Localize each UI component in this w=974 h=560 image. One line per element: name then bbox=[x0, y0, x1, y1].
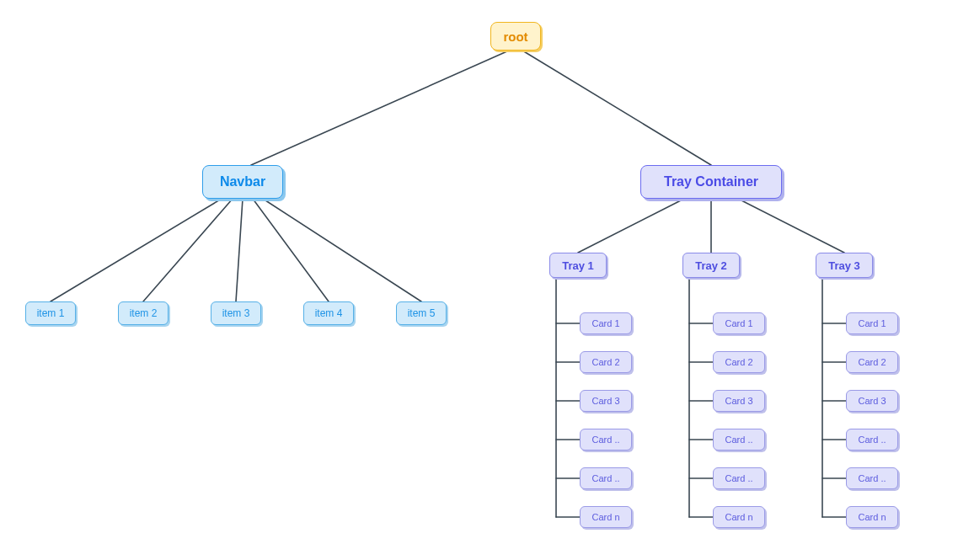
edge-navbar-item2 bbox=[143, 199, 233, 301]
tray-2-card-1: Card 1 bbox=[713, 312, 765, 334]
root-node: root bbox=[490, 22, 541, 51]
tray-2-card-3: Card 3 bbox=[713, 390, 765, 412]
tray-1-card-5: Card .. bbox=[580, 467, 632, 489]
diagram-stage: root Navbar item 1 item 2 item 3 item 4 … bbox=[0, 0, 974, 560]
tray-1-card-2: Card 2 bbox=[580, 351, 632, 373]
navbar-item-5: item 5 bbox=[396, 301, 447, 325]
navbar-item-2: item 2 bbox=[118, 301, 169, 325]
navbar-node: Navbar bbox=[202, 165, 283, 199]
tray-1: Tray 1 bbox=[549, 253, 607, 278]
edge-root-navbar bbox=[251, 51, 509, 165]
tray-3-card-2: Card 2 bbox=[846, 351, 898, 373]
edge-navbar-item3 bbox=[236, 199, 243, 301]
tray-2-card-4: Card .. bbox=[713, 429, 765, 451]
edge-tc-tray3 bbox=[738, 199, 844, 253]
tray-1-card-1: Card 1 bbox=[580, 312, 632, 334]
edge-navbar-item1 bbox=[51, 199, 222, 301]
tray-1-card-4: Card .. bbox=[580, 429, 632, 451]
tray-1-card-6: Card n bbox=[580, 506, 632, 528]
tray-3-card-3: Card 3 bbox=[846, 390, 898, 412]
tray-3-card-6: Card n bbox=[846, 506, 898, 528]
edge-navbar-item4 bbox=[253, 199, 329, 301]
tray-2-card-6: Card n bbox=[713, 506, 765, 528]
tray-3: Tray 3 bbox=[816, 253, 873, 278]
navbar-item-3: item 3 bbox=[211, 301, 261, 325]
navbar-item-1: item 1 bbox=[25, 301, 76, 325]
tray-3-card-5: Card .. bbox=[846, 467, 898, 489]
edge-tc-tray1 bbox=[578, 199, 684, 253]
tray-1-card-3: Card 3 bbox=[580, 390, 632, 412]
tray-container-node: Tray Container bbox=[640, 165, 782, 199]
tray-2: Tray 2 bbox=[682, 253, 740, 278]
tray-3-card-4: Card .. bbox=[846, 429, 898, 451]
edge-layer bbox=[0, 0, 974, 560]
edge-navbar-item5 bbox=[263, 199, 421, 301]
edge-root-traycontainer bbox=[522, 51, 711, 165]
navbar-item-4: item 4 bbox=[303, 301, 354, 325]
tray-3-card-1: Card 1 bbox=[846, 312, 898, 334]
tray-2-card-2: Card 2 bbox=[713, 351, 765, 373]
tray-2-card-5: Card .. bbox=[713, 467, 765, 489]
